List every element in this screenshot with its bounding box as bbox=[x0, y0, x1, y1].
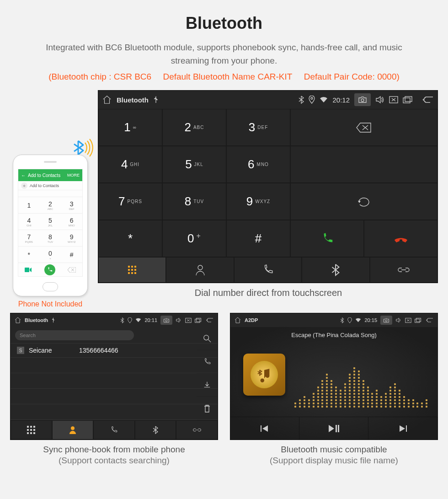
dialer-key-8[interactable]: 8TUV bbox=[162, 183, 226, 220]
dialer-key-0[interactable]: 0+ bbox=[162, 220, 226, 257]
hangup-button[interactable] bbox=[364, 220, 437, 257]
download-contacts-button[interactable] bbox=[197, 374, 218, 397]
play-pause-button[interactable] bbox=[299, 417, 368, 440]
call-button[interactable] bbox=[290, 220, 364, 257]
recent-apps-icon[interactable] bbox=[403, 96, 413, 103]
phone-key-2: 2ABC bbox=[40, 197, 61, 213]
prev-track-button[interactable] bbox=[230, 417, 299, 440]
tab-bluetooth[interactable] bbox=[135, 420, 176, 440]
home-icon[interactable] bbox=[102, 95, 112, 105]
svg-rect-20 bbox=[406, 425, 407, 432]
call-side-button[interactable] bbox=[197, 350, 218, 374]
audio-visualizer bbox=[294, 354, 428, 408]
recent-apps-icon[interactable] bbox=[415, 318, 421, 323]
tab-contacts[interactable] bbox=[166, 257, 234, 283]
dialer-key-7[interactable]: 7PQRS bbox=[98, 183, 162, 220]
music-caption-l1: Bluetooth music compatible bbox=[281, 445, 387, 454]
tab-contacts[interactable] bbox=[52, 420, 94, 440]
usb-icon bbox=[153, 96, 159, 103]
search-button[interactable] bbox=[197, 327, 218, 350]
bottom-tabs bbox=[11, 420, 218, 440]
phonebook-caption: Sync phone-book from mobile phone (Suppo… bbox=[10, 445, 218, 466]
contact-row[interactable]: S Seicane 13566664466 bbox=[11, 343, 218, 358]
dialer-key-6[interactable]: 6MNO bbox=[226, 146, 290, 183]
svg-rect-15 bbox=[415, 319, 420, 322]
dialer-key-*[interactable]: * bbox=[98, 220, 162, 257]
svg-rect-17 bbox=[261, 425, 261, 432]
svg-point-7 bbox=[165, 320, 167, 322]
phonebook-caption-l2: (Support contacts searching) bbox=[10, 456, 218, 466]
back-icon[interactable] bbox=[425, 317, 434, 323]
dialer-key-1[interactable]: 1∞ bbox=[98, 109, 162, 146]
phone-key-7: 7PQRS bbox=[18, 230, 40, 246]
dialer-key-4[interactable]: 4GHI bbox=[98, 146, 162, 183]
back-icon[interactable] bbox=[205, 317, 214, 323]
dialer-key-9[interactable]: 9WXYZ bbox=[226, 183, 290, 220]
volume-icon[interactable] bbox=[375, 96, 384, 104]
tab-recents[interactable] bbox=[93, 420, 135, 440]
recent-apps-icon[interactable] bbox=[195, 318, 202, 323]
contact-name: Seicane bbox=[29, 347, 79, 354]
location-icon bbox=[309, 96, 315, 104]
music-note-bluetooth-icon bbox=[256, 367, 272, 382]
phone-mock-column: ← Add to Contacts MORE + Add to Contacts… bbox=[9, 155, 91, 308]
headunit-phonebook-panel: Bluetooth 20:11 Search bbox=[10, 313, 218, 440]
dialer-key-3[interactable]: 3DEF bbox=[226, 109, 290, 146]
close-app-icon[interactable] bbox=[185, 318, 192, 323]
headunit-dialer-panel: Bluetooth 20:12 bbox=[98, 90, 438, 283]
list-item bbox=[11, 373, 218, 389]
spec-chip: (Bluetooth chip : CSR BC6 bbox=[48, 72, 151, 81]
search-input[interactable]: Search bbox=[15, 330, 134, 340]
tab-keypad[interactable] bbox=[98, 257, 166, 283]
phone-header-more: MORE bbox=[67, 173, 80, 177]
tab-pair[interactable] bbox=[370, 257, 437, 283]
tab-pair[interactable] bbox=[176, 420, 218, 440]
redial-button[interactable] bbox=[290, 183, 437, 220]
home-icon[interactable] bbox=[234, 317, 241, 324]
back-arrow-icon: ← bbox=[21, 173, 26, 178]
bluetooth-icon bbox=[120, 317, 124, 323]
location-icon bbox=[128, 317, 132, 323]
spec-pair: Default Pair Code: 0000) bbox=[304, 72, 400, 81]
next-track-button[interactable] bbox=[368, 417, 437, 440]
volume-icon[interactable] bbox=[176, 317, 182, 323]
list-item bbox=[11, 404, 218, 420]
svg-point-6 bbox=[198, 265, 203, 270]
list-item bbox=[11, 389, 218, 404]
close-app-icon[interactable] bbox=[405, 318, 411, 323]
keypad-grid-icon bbox=[27, 426, 35, 434]
svg-point-2 bbox=[361, 99, 364, 102]
close-app-icon[interactable] bbox=[389, 96, 398, 103]
dialer-keypad: 1∞2ABC3DEF4GHI5JKL6MNO7PQRS8TUV9WXYZ*0+# bbox=[98, 109, 290, 257]
back-icon[interactable] bbox=[421, 96, 434, 104]
svg-rect-9 bbox=[195, 319, 200, 322]
dialer-key-#[interactable]: # bbox=[226, 220, 290, 257]
svg-rect-4 bbox=[403, 98, 410, 103]
phone-call-row bbox=[18, 263, 82, 276]
contact-initial: S bbox=[17, 347, 24, 354]
dialer-key-5[interactable]: 5JKL bbox=[162, 146, 226, 183]
bluetooth-icon bbox=[299, 96, 304, 104]
screenshot-button[interactable] bbox=[380, 316, 392, 325]
phone-add-label: Add to Contacts bbox=[30, 183, 59, 188]
phone-home-button bbox=[43, 282, 58, 291]
location-icon bbox=[347, 317, 352, 323]
volume-icon[interactable] bbox=[395, 317, 402, 323]
delete-contacts-button[interactable] bbox=[197, 397, 218, 420]
tab-bluetooth[interactable] bbox=[302, 257, 369, 283]
tab-keypad[interactable] bbox=[11, 420, 52, 440]
blank-cell bbox=[290, 146, 437, 183]
usb-icon bbox=[51, 317, 55, 323]
music-caption-l2: (Support display music file name) bbox=[230, 456, 438, 466]
backspace-button[interactable] bbox=[290, 109, 437, 146]
phone-key-4: 4GHI bbox=[18, 213, 40, 230]
screenshot-button[interactable] bbox=[354, 93, 371, 106]
home-icon[interactable] bbox=[14, 317, 21, 324]
bottom-tabs bbox=[98, 257, 437, 283]
status-bar: Bluetooth 20:11 bbox=[11, 313, 218, 327]
phone-call-button bbox=[44, 264, 55, 275]
tab-recents[interactable] bbox=[234, 257, 302, 283]
dialer-key-2[interactable]: 2ABC bbox=[162, 109, 226, 146]
screenshot-button[interactable] bbox=[160, 316, 172, 325]
svg-rect-19 bbox=[338, 425, 339, 432]
